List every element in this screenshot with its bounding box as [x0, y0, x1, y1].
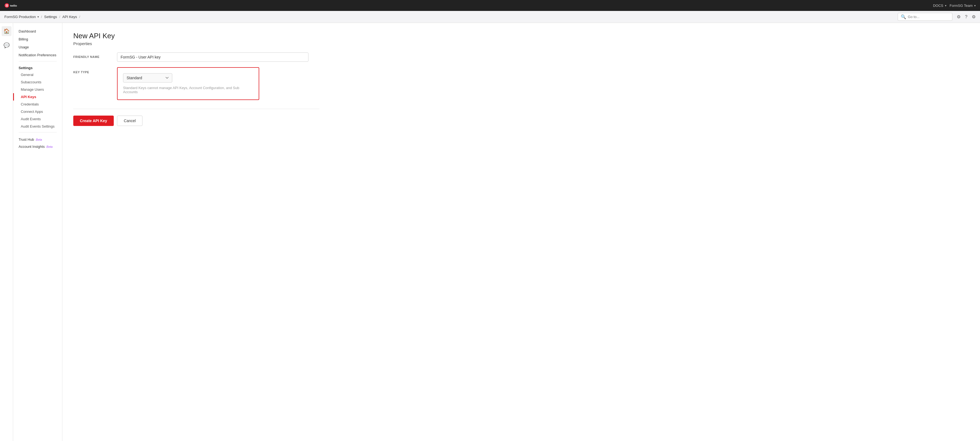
main-content: New API Key Properties FRIENDLY NAME KEY…: [62, 23, 980, 441]
sub-bar-right: 🔍 ⚙ ? ⚙: [898, 13, 975, 21]
twilio-logo: twilio: [5, 3, 21, 8]
account-chevron-icon: ▾: [37, 15, 39, 18]
key-type-box: StandardRestricted Standard Keys cannot …: [117, 67, 259, 100]
team-label: FormSG Team: [950, 3, 973, 8]
breadcrumb-api-keys[interactable]: API Keys: [62, 15, 77, 19]
svg-point-2: [7, 4, 8, 5]
sidebar-item-audit-events-settings[interactable]: Audit Events Settings: [13, 123, 62, 130]
key-type-hint: Standard Keys cannot manage API Keys, Ac…: [123, 86, 253, 94]
sidebar-item-manage-users[interactable]: Manage Users: [13, 86, 62, 93]
sidebar-item-dashboard[interactable]: Dashboard: [13, 27, 62, 35]
docs-label: DOCS: [933, 3, 943, 8]
docs-chevron-icon: ▾: [945, 4, 947, 7]
create-api-key-button[interactable]: Create API Key: [73, 116, 114, 126]
page-title: New API Key: [73, 32, 969, 40]
sidebar-trust-hub-section: Trust Hub Beta: [13, 135, 62, 142]
friendly-name-row: FRIENDLY NAME: [73, 52, 320, 62]
search-bar[interactable]: 🔍: [898, 13, 952, 21]
team-chevron-icon: ▾: [974, 4, 975, 7]
top-bar-left: twilio: [5, 3, 21, 8]
key-type-select[interactable]: StandardRestricted: [123, 73, 172, 82]
help-icon-button[interactable]: ?: [965, 14, 967, 19]
message-icon[interactable]: 💬: [2, 40, 11, 50]
sidebar-item-general[interactable]: General: [13, 71, 62, 78]
account-name[interactable]: FormSG Production ▾: [5, 15, 39, 19]
sidebar-item-notification-preferences[interactable]: Notification Preferences: [13, 51, 62, 59]
key-type-label-outer: KEY TYPE: [73, 67, 111, 74]
icon-sidebar: 🏠 💬: [0, 23, 13, 441]
search-input[interactable]: [908, 15, 950, 19]
trust-hub-beta-badge: Beta: [36, 138, 42, 141]
sidebar-divider-1: [19, 61, 57, 62]
breadcrumb-settings[interactable]: Settings: [44, 15, 57, 19]
docs-link[interactable]: DOCS ▾: [933, 3, 947, 8]
svg-point-0: [5, 3, 9, 8]
sidebar-divider-2: [19, 132, 57, 133]
notifications-icon-button[interactable]: ⚙: [957, 14, 961, 19]
svg-point-3: [6, 5, 7, 6]
sidebar-item-billing[interactable]: Billing: [13, 35, 62, 43]
key-type-row: KEY TYPE StandardRestricted Standard Key…: [73, 67, 320, 100]
home-icon[interactable]: 🏠: [2, 26, 11, 36]
key-type-inner: StandardRestricted: [123, 73, 253, 82]
svg-point-1: [6, 4, 7, 5]
svg-text:twilio: twilio: [10, 4, 17, 7]
sidebar-item-audit-events[interactable]: Audit Events: [13, 115, 62, 123]
friendly-name-input[interactable]: [117, 52, 309, 62]
account-insights-beta-badge: Beta: [46, 145, 53, 148]
sidebar-item-usage[interactable]: Usage: [13, 43, 62, 51]
sidebar-item-trust-hub[interactable]: Trust Hub: [19, 138, 34, 141]
section-title: Properties: [73, 41, 969, 46]
breadcrumb-sep-1: /: [41, 15, 42, 19]
breadcrumb-sep-3: /: [79, 15, 80, 19]
account-name-label: FormSG Production: [5, 15, 36, 19]
breadcrumb-sep-2: /: [59, 15, 60, 19]
sub-bar: FormSG Production ▾ / Settings / API Key…: [0, 11, 980, 23]
team-name[interactable]: FormSG Team ▾: [950, 3, 975, 8]
layout: 🏠 💬 Dashboard Billing Usage Notification…: [0, 23, 980, 441]
sidebar-item-subaccounts[interactable]: Subaccounts: [13, 78, 62, 86]
top-bar-right: DOCS ▾ FormSG Team ▾: [933, 3, 975, 8]
settings-icon-button[interactable]: ⚙: [972, 14, 975, 19]
svg-point-4: [7, 5, 8, 6]
sidebar-item-credentials[interactable]: Credentials: [13, 100, 62, 108]
cancel-button[interactable]: Cancel: [117, 116, 143, 126]
search-icon: 🔍: [901, 14, 906, 19]
sidebar-item-api-keys[interactable]: API Keys: [13, 93, 62, 100]
sidebar-item-connect-apps[interactable]: Connect Apps: [13, 108, 62, 115]
sidebar-item-account-insights[interactable]: Account Insights: [19, 144, 45, 149]
action-row: Create API Key Cancel: [73, 109, 320, 126]
top-bar: twilio DOCS ▾ FormSG Team ▾: [0, 0, 980, 11]
sidebar-account-insights-section: Account Insights Beta: [13, 142, 62, 149]
form-section: FRIENDLY NAME KEY TYPE StandardRestricte…: [73, 52, 320, 126]
friendly-name-label: FRIENDLY NAME: [73, 52, 111, 59]
text-sidebar: Dashboard Billing Usage Notification Pre…: [13, 23, 62, 441]
sidebar-settings-label: Settings: [13, 63, 62, 71]
